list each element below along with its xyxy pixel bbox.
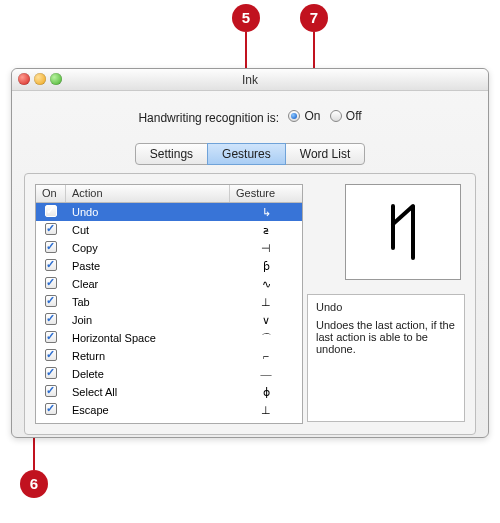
check-icon — [45, 385, 57, 397]
table-row[interactable]: Copy⊣ — [36, 239, 302, 257]
row-checkbox[interactable] — [36, 367, 66, 381]
check-icon — [45, 223, 57, 235]
tab-bar: Settings Gestures Word List — [12, 143, 488, 165]
row-action: Delete — [66, 368, 230, 380]
handwriting-label: Handwriting recognition is: — [138, 111, 279, 125]
row-action: Escape — [66, 404, 230, 416]
row-gesture-icon: — — [230, 368, 302, 380]
row-checkbox[interactable] — [36, 277, 66, 291]
table-header: On Action Gesture — [36, 185, 302, 203]
gesture-description: Undo Undoes the last action, if the last… — [307, 294, 465, 422]
header-on[interactable]: On — [36, 185, 66, 202]
radio-off-label: Off — [346, 109, 362, 123]
table-row[interactable]: Tab⊥ — [36, 293, 302, 311]
check-icon — [45, 367, 57, 379]
row-action: Select All — [66, 386, 230, 398]
row-action: Clear — [66, 278, 230, 290]
row-checkbox[interactable] — [36, 349, 66, 363]
description-title: Undo — [316, 301, 456, 313]
row-gesture-icon: ƨ̵ — [230, 224, 302, 237]
row-checkbox[interactable] — [36, 295, 66, 309]
row-gesture-icon: ⌒ — [230, 331, 302, 346]
row-gesture-icon: ⊥ — [230, 296, 302, 309]
check-icon — [45, 403, 57, 415]
check-icon — [45, 295, 57, 307]
tab-settings[interactable]: Settings — [135, 143, 208, 165]
row-gesture-icon: ⊥ — [230, 404, 302, 417]
row-checkbox[interactable] — [36, 385, 66, 399]
callout-7-bubble: 7 — [300, 4, 328, 32]
row-action: Horizontal Space — [66, 332, 230, 344]
row-action: Cut — [66, 224, 230, 236]
tab-gestures[interactable]: Gestures — [207, 143, 286, 165]
minimize-button[interactable] — [34, 73, 46, 85]
row-action: Paste — [66, 260, 230, 272]
undo-gesture-icon — [381, 200, 425, 264]
titlebar: Ink — [12, 69, 488, 91]
check-icon — [45, 331, 57, 343]
tab-wordlist[interactable]: Word List — [285, 143, 365, 165]
table-row[interactable]: Return⌐ — [36, 347, 302, 365]
row-action: Tab — [66, 296, 230, 308]
check-icon — [45, 349, 57, 361]
gesture-preview — [345, 184, 461, 280]
description-body: Undoes the last action, if the last acti… — [316, 319, 455, 355]
row-gesture-icon: ⊣ — [230, 242, 302, 255]
check-icon — [45, 259, 57, 271]
check-icon — [45, 313, 57, 325]
header-gesture[interactable]: Gesture — [230, 185, 302, 202]
preferences-window: Ink Handwriting recognition is: On Off S… — [11, 68, 489, 438]
radio-on-label: On — [304, 109, 320, 123]
row-gesture-icon: ∨ — [230, 314, 302, 327]
row-gesture-icon: ∿ — [230, 278, 302, 291]
row-checkbox[interactable] — [36, 331, 66, 345]
row-gesture-icon: ⌐ — [230, 350, 302, 362]
row-gesture-icon: ɸ — [230, 386, 302, 399]
row-gesture-icon: ↳ — [230, 206, 302, 219]
table-row[interactable]: Escape⊥ — [36, 401, 302, 419]
row-checkbox[interactable] — [36, 223, 66, 237]
table-row[interactable]: Select Allɸ — [36, 383, 302, 401]
callout-5-bubble: 5 — [232, 4, 260, 32]
table-row[interactable]: Delete— — [36, 365, 302, 383]
table-body: Undo↳Cutƨ̵Copy⊣PasteƥClear∿Tab⊥Join∨Hori… — [36, 203, 302, 424]
row-gesture-icon: ƥ — [230, 260, 302, 273]
table-row[interactable]: Undo↳ — [36, 203, 302, 221]
table-row[interactable]: Horizontal Space⌒ — [36, 329, 302, 347]
table-row[interactable]: Cutƨ̵ — [36, 221, 302, 239]
row-checkbox[interactable] — [36, 241, 66, 255]
radio-on-dot — [288, 110, 300, 122]
row-action: Copy — [66, 242, 230, 254]
callout-6-bubble: 6 — [20, 470, 48, 498]
row-checkbox[interactable] — [36, 313, 66, 327]
window-controls — [18, 73, 62, 85]
header-action[interactable]: Action — [66, 185, 230, 202]
row-checkbox[interactable] — [36, 205, 66, 219]
row-checkbox[interactable] — [36, 403, 66, 417]
check-icon — [45, 277, 57, 289]
radio-off[interactable]: Off — [330, 109, 362, 123]
check-icon — [45, 205, 57, 217]
handwriting-row: Handwriting recognition is: On Off — [12, 109, 488, 125]
zoom-button[interactable] — [50, 73, 62, 85]
gestures-panel: On Action Gesture Undo↳Cutƨ̵Copy⊣PasteƥC… — [24, 173, 476, 435]
radio-on[interactable]: On — [288, 109, 320, 123]
row-action: Join — [66, 314, 230, 326]
row-action: Return — [66, 350, 230, 362]
gestures-table: On Action Gesture Undo↳Cutƨ̵Copy⊣PasteƥC… — [35, 184, 303, 424]
table-row[interactable]: Clear∿ — [36, 275, 302, 293]
close-button[interactable] — [18, 73, 30, 85]
row-checkbox[interactable] — [36, 259, 66, 273]
radio-off-dot — [330, 110, 342, 122]
window-title: Ink — [242, 73, 258, 87]
table-row[interactable]: Join∨ — [36, 311, 302, 329]
check-icon — [45, 241, 57, 253]
table-row[interactable]: Pasteƥ — [36, 257, 302, 275]
row-action: Undo — [66, 206, 230, 218]
